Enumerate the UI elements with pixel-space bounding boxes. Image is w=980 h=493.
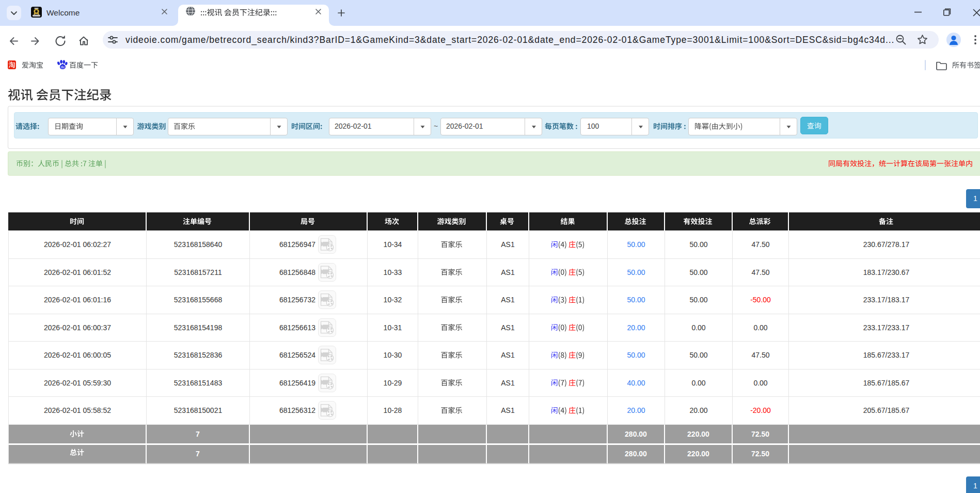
svg-text:du: du: [61, 65, 65, 69]
